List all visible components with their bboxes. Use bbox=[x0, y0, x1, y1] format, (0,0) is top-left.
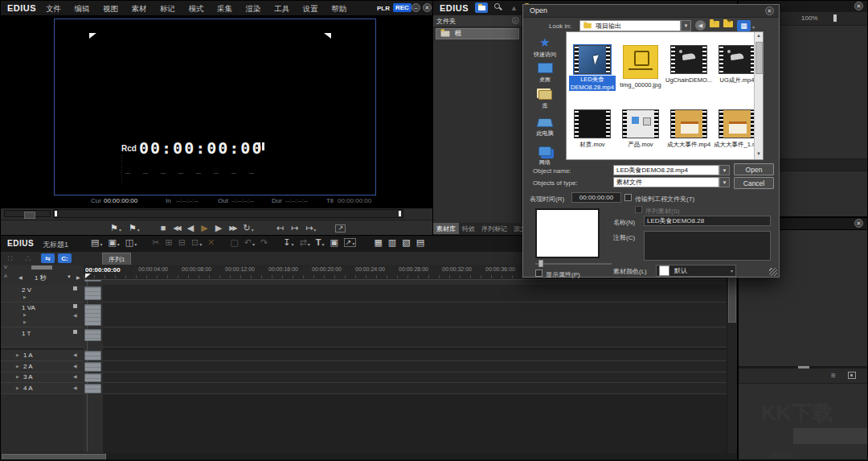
track-mute-icon[interactable] bbox=[73, 286, 77, 290]
map-v-patch[interactable] bbox=[31, 265, 52, 270]
show-props-checkbox[interactable] bbox=[535, 270, 542, 277]
track-header-2a[interactable]: ▶ 2 A ◀ bbox=[1, 361, 84, 373]
cancel-button[interactable]: Cancel bbox=[734, 177, 774, 189]
look-in-dropdown-icon[interactable]: ▼ bbox=[681, 20, 691, 31]
clip-color-dropdown-icon[interactable]: ▾ bbox=[731, 268, 733, 274]
dialog-close-icon[interactable]: ✕ bbox=[765, 6, 774, 15]
add-to-timeline-button[interactable]: ↧▾ bbox=[283, 238, 293, 247]
up-folder-icon[interactable]: ↑ bbox=[710, 21, 719, 29]
cut-button[interactable]: ✂ bbox=[152, 238, 159, 247]
track-header-4a[interactable]: ▶ 4 A ◀ bbox=[1, 383, 84, 394]
timeline-vscrollbar[interactable] bbox=[727, 265, 737, 453]
fast-forward-button[interactable]: ▶▶ bbox=[229, 225, 235, 232]
title-tool-button[interactable]: T▾ bbox=[316, 238, 325, 247]
insert-overwrite-mode-button[interactable]: ⇆ bbox=[41, 253, 55, 263]
loop-button[interactable]: ↻▾ bbox=[243, 224, 253, 233]
place-quick-access[interactable]: ★ 快速访问 bbox=[525, 35, 565, 59]
object-name-field[interactable]: LED美食DEMO8.28.mp4 bbox=[613, 165, 719, 175]
menu-clip[interactable]: 素材 bbox=[132, 4, 147, 14]
patch-1t[interactable] bbox=[84, 329, 101, 341]
sequence-tab[interactable]: 序列1 bbox=[102, 253, 131, 265]
timescale-inc-icon[interactable]: ▶ bbox=[76, 274, 80, 280]
stop-button[interactable]: ■ bbox=[161, 224, 166, 233]
preview-slider-track[interactable] bbox=[535, 263, 612, 265]
track-speaker-icon[interactable]: ◀ bbox=[73, 312, 77, 318]
track-header-1t[interactable]: 1 T bbox=[1, 327, 84, 348]
track-mute-icon[interactable] bbox=[73, 330, 77, 334]
dialog-titlebar[interactable]: Open ✕ bbox=[523, 5, 779, 18]
place-libraries[interactable]: 库 bbox=[525, 90, 565, 110]
file-item-led-demo[interactable]: LED美食DEMO8.28.mp4 bbox=[569, 45, 616, 91]
menu-capture[interactable]: 采集 bbox=[217, 4, 232, 14]
playhead-flag[interactable] bbox=[85, 274, 91, 278]
open-project-button[interactable]: ▣▾ bbox=[108, 238, 119, 247]
view-4-button[interactable]: ▤ bbox=[416, 238, 424, 247]
goto-in-button[interactable]: ↤ bbox=[276, 224, 284, 233]
view-normal-button[interactable]: ▦ bbox=[374, 238, 382, 247]
track-header-3a[interactable]: ▶ 3 A ◀ bbox=[1, 373, 84, 383]
track-mute-icon[interactable] bbox=[73, 304, 77, 308]
track-header-2v[interactable]: 2 V ▶ bbox=[1, 285, 84, 303]
bin-root-folder-item[interactable]: 根 bbox=[436, 28, 519, 39]
next-edit-button[interactable]: ↦▾ bbox=[305, 224, 316, 233]
track-speaker-icon[interactable]: ◀ bbox=[73, 385, 77, 390]
timescale-value[interactable]: 1 秒 bbox=[35, 274, 47, 282]
file-list-scrollbar[interactable]: ▲ ▼ bbox=[754, 32, 764, 159]
scroll-down-icon[interactable]: ▼ bbox=[756, 151, 761, 156]
clip-color-combobox[interactable]: 默认 ▾ bbox=[656, 265, 736, 277]
shuttle-thumb[interactable] bbox=[24, 212, 35, 219]
right-top-close-icon[interactable]: ✕ bbox=[854, 2, 863, 10]
track-speaker-icon[interactable]: ◀ bbox=[73, 373, 77, 379]
redo-button[interactable]: ↷ bbox=[260, 238, 268, 247]
export-button[interactable]: ↗▾ bbox=[344, 238, 357, 247]
view-menu-icon[interactable]: ▦ bbox=[737, 20, 751, 31]
track-speaker-icon[interactable]: ◀ bbox=[73, 352, 77, 357]
track-expand-icon[interactable]: ▶ bbox=[16, 374, 19, 379]
menu-file[interactable]: 文件 bbox=[46, 4, 61, 14]
track-header-1va[interactable]: 1 VA ▶ ◀ ▶ bbox=[1, 303, 84, 327]
match-frame-button[interactable]: ⇄▾ bbox=[299, 238, 309, 247]
select-range-button[interactable]: ▢ bbox=[230, 238, 238, 247]
look-in-combobox[interactable]: 项目输出 bbox=[579, 20, 681, 31]
set-out-flag-button[interactable]: ⚑▾ bbox=[129, 224, 140, 233]
tab-effects[interactable]: 特效 bbox=[459, 223, 478, 234]
search-icon[interactable] bbox=[494, 3, 502, 11]
menu-render[interactable]: 渲染 bbox=[246, 4, 261, 14]
seek-in-handle[interactable] bbox=[55, 211, 57, 216]
up-one-level-icon[interactable]: ▲ bbox=[510, 4, 518, 12]
track-header-1a[interactable]: ▶ 1 A ◀ bbox=[1, 350, 84, 361]
name-field[interactable]: LED美食DEMO8.28 bbox=[644, 216, 771, 226]
undo-button[interactable]: ↶▾ bbox=[244, 238, 255, 247]
delete-button[interactable]: ✕ bbox=[207, 238, 215, 247]
lane-1t[interactable] bbox=[103, 327, 727, 348]
lane-1va[interactable] bbox=[103, 303, 727, 327]
right-bottom-close-icon[interactable]: ✕ bbox=[854, 219, 863, 228]
save-project-button[interactable]: ▤▾ bbox=[91, 238, 102, 247]
menu-settings[interactable]: 设置 bbox=[303, 4, 318, 14]
timescale-dec-icon[interactable]: ◀ bbox=[18, 274, 23, 280]
track-expand-icon[interactable]: ▶ bbox=[23, 312, 27, 317]
file-item-product[interactable]: 产品.mov bbox=[617, 109, 664, 149]
shuttle-slider[interactable] bbox=[4, 210, 51, 217]
object-name-dropdown-icon[interactable]: ▼ bbox=[719, 165, 730, 175]
patch-3a[interactable] bbox=[84, 373, 101, 382]
player-close-icon[interactable]: ✕ bbox=[423, 3, 432, 12]
file-item-timg[interactable]: timg_00000.jpg bbox=[617, 45, 664, 88]
group-mode-icon[interactable]: ∷ bbox=[7, 254, 13, 263]
play-button[interactable]: ▶ bbox=[201, 224, 207, 233]
replace-button[interactable]: ⊡▾ bbox=[191, 238, 202, 247]
file-item-event[interactable]: 成大大事件.mp4 bbox=[665, 109, 712, 149]
list-view-icon[interactable]: ≡ bbox=[831, 371, 836, 380]
menu-tools[interactable]: 工具 bbox=[274, 4, 289, 14]
dialog-resize-grip[interactable] bbox=[769, 268, 777, 276]
patch-2a[interactable] bbox=[84, 362, 101, 372]
zoom-slider[interactable] bbox=[833, 14, 837, 22]
menu-view[interactable]: 视图 bbox=[103, 4, 118, 14]
next-frame-button[interactable]: ▶ bbox=[215, 224, 222, 233]
rewind-button[interactable]: ◀◀ bbox=[173, 225, 179, 232]
place-network[interactable]: 网络 bbox=[525, 146, 565, 167]
paste-button[interactable]: ⊟ bbox=[178, 238, 186, 247]
track-expand-icon[interactable]: ▶ bbox=[23, 319, 27, 324]
voice-over-button[interactable]: ▣ bbox=[330, 238, 338, 247]
preview-slider-thumb[interactable] bbox=[538, 260, 543, 267]
